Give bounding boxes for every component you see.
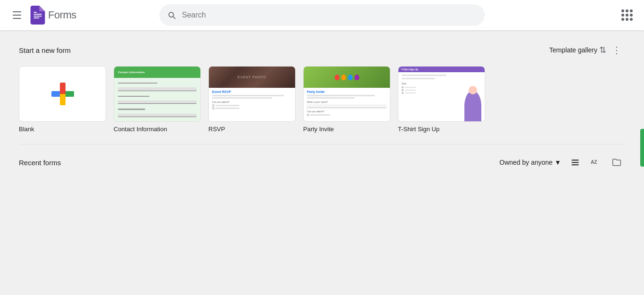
chevron-updown-icon: ⇅	[599, 45, 606, 55]
scroll-indicator	[640, 129, 644, 167]
hamburger-menu-button[interactable]	[8, 6, 26, 25]
contact-label: Contact Information	[114, 126, 167, 133]
new-form-section-header: Start a new form Template gallery ⇅ ⋮	[19, 42, 625, 59]
template-card-blank[interactable]: Blank	[19, 66, 106, 133]
folder-button[interactable]	[608, 154, 625, 171]
sort-icon: AZ	[591, 158, 601, 167]
contact-thumbnail: Contact Information	[114, 66, 201, 122]
svg-rect-4	[572, 160, 579, 160]
svg-text:AZ: AZ	[591, 160, 597, 165]
recent-forms-header: Recent forms Owned by anyone ▼	[19, 154, 625, 171]
forms-logo-icon	[30, 6, 45, 25]
svg-rect-5	[572, 162, 579, 163]
rsvp-label: RSVP	[208, 126, 225, 133]
party-label: Party Invite	[303, 126, 334, 133]
template-card-party[interactable]: Party Invite What is your name? Can you …	[303, 66, 390, 133]
search-icon	[167, 10, 176, 20]
search-bar	[159, 4, 485, 26]
template-card-tshirt[interactable]: T-Shirt Sign Up Size	[398, 66, 485, 133]
template-card-rsvp[interactable]: EVENT PHOTO Event RSVP Can you attend?	[208, 66, 296, 133]
more-options-button[interactable]: ⋮	[608, 42, 625, 59]
svg-rect-2	[33, 17, 39, 18]
view-icons: AZ	[567, 154, 625, 171]
blank-label: Blank	[19, 126, 34, 133]
party-thumbnail: Party Invite What is your name? Can you …	[303, 66, 390, 122]
plus-icon	[51, 83, 74, 105]
header-right	[533, 6, 636, 25]
grid-icon	[621, 9, 633, 21]
svg-rect-1	[33, 16, 41, 17]
list-view-icon	[570, 158, 580, 167]
dropdown-arrow-icon: ▼	[554, 159, 561, 166]
tshirt-thumbnail: T-Shirt Sign Up Size	[398, 66, 485, 122]
folder-icon	[612, 158, 621, 167]
app-logo[interactable]: Forms	[30, 6, 76, 25]
search-input[interactable]	[182, 11, 477, 19]
section-divider	[19, 144, 625, 144]
template-gallery-button[interactable]: Template gallery ⇅	[549, 45, 606, 55]
blank-thumbnail	[19, 66, 106, 122]
list-view-button[interactable]	[567, 154, 584, 171]
svg-rect-6	[572, 164, 579, 165]
svg-rect-3	[33, 12, 37, 13]
app-header: Forms	[0, 0, 644, 30]
templates-row: Blank Contact Information Contact Inform…	[19, 66, 625, 133]
owned-by-button[interactable]: Owned by anyone ▼	[499, 159, 561, 166]
app-name-label: Forms	[48, 9, 76, 21]
sort-button[interactable]: AZ	[587, 154, 604, 171]
svg-rect-0	[33, 14, 41, 15]
header-left: Forms	[8, 6, 111, 25]
google-apps-button[interactable]	[618, 6, 636, 25]
tshirt-label: T-Shirt Sign Up	[398, 126, 439, 133]
recent-forms-title: Recent forms	[19, 159, 61, 167]
new-form-title: Start a new form	[19, 46, 71, 54]
main-content: Start a new form Template gallery ⇅ ⋮ Bl…	[0, 30, 644, 188]
recent-controls: Owned by anyone ▼ AZ	[499, 154, 625, 171]
template-card-contact[interactable]: Contact Information Contact Information	[114, 66, 201, 133]
rsvp-thumbnail: EVENT PHOTO Event RSVP Can you attend?	[208, 66, 296, 122]
